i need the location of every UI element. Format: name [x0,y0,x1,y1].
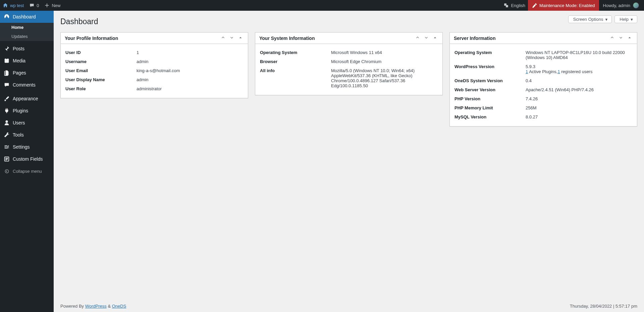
sidebar-item-label: Pages [13,70,26,75]
sidebar-item-comments[interactable]: Comments [0,79,54,91]
sidebar-item-media[interactable]: Media [0,55,54,67]
fields-icon [3,156,10,162]
collapse-menu-button[interactable]: Collapse menu [0,165,54,177]
comment-icon [3,82,10,88]
sidebar-item-users[interactable]: Users [0,117,54,129]
info-row: BrowserMicrosoft Edge Chromium [260,57,438,66]
info-value: king-a-s@hotmail.com [137,68,243,73]
toggle-button[interactable] [626,35,633,41]
registered-users-link[interactable]: 1 [557,69,560,74]
home-icon [3,3,8,8]
info-row: OneDS System Version0.4 [454,76,632,85]
info-row: All infoMozilla/5.0 (Windows NT 10.0; Wi… [260,66,438,90]
sidebar-subitem-home[interactable]: Home [0,23,54,32]
footer-credits: Powered By WordPress & OneDS [60,304,126,309]
info-label: User Display Name [65,77,137,82]
site-name-link[interactable]: wp test [0,0,26,11]
sidebar-item-settings[interactable]: Settings [0,141,54,153]
info-label: PHP Memory Limit [454,105,526,110]
info-row: User ID1 [65,48,243,57]
admin-bar: wp test 0 New English Maintenance Mode [0,0,644,11]
move-down-button[interactable] [228,35,235,41]
sidebar-item-label: Media [13,58,25,63]
oneds-link[interactable]: OneDS [112,304,126,309]
info-row: User Emailking-a-s@hotmail.com [65,66,243,75]
info-label: User ID [65,50,137,55]
wordpress-link[interactable]: WordPress [85,304,107,309]
info-row: WordPress Version5.9.31 Active Plugins,1… [454,62,632,76]
admin-sidebar: DashboardHomeUpdatesPostsMediaPagesComme… [0,11,54,312]
sidebar-item-label: Tools [13,132,24,138]
new-label: New [52,3,60,8]
pin-icon [3,45,10,52]
maintenance-mode-link[interactable]: Maintenance Mode: Enabled [528,0,599,11]
info-label: Operating System [260,50,331,55]
info-value: administrator [137,86,243,91]
help-button[interactable]: Help ▼ [614,15,637,23]
language-label: English [511,3,525,8]
sidebar-item-pages[interactable]: Pages [0,67,54,79]
info-row: Web Server VersionApache/2.4.51 (Win64) … [454,85,632,94]
sidebar-item-label: Appearance [13,96,38,101]
move-up-button[interactable] [220,35,226,41]
info-row: User Roleadministrator [65,84,243,93]
sidebar-item-label: Settings [13,144,30,150]
info-row: PHP Version7.4.26 [454,94,632,103]
toggle-button[interactable] [237,35,244,41]
info-label: OneDS System Version [454,78,526,83]
account-link[interactable]: Howdy, admin [599,0,644,11]
info-row: Usernameadmin [65,57,243,66]
plugin-icon [3,107,10,114]
info-row: Operating SystemMicrosoft Windows 11 x64 [260,48,438,57]
sidebar-item-posts[interactable]: Posts [0,43,54,55]
comments-count: 0 [37,3,39,8]
move-up-button[interactable] [609,35,615,41]
page-title: Dashboard [60,17,98,28]
info-label: All info [260,68,331,73]
active-plugins-link[interactable]: 1 [526,69,528,74]
info-label: MySQL Version [454,114,526,119]
howdy-label: Howdy, admin [603,3,630,8]
sidebar-item-dashboard[interactable]: Dashboard [0,11,54,23]
footer-datetime: Thursday, 28/04/2022 | 5:57:17 pm [570,304,637,309]
caret-down-icon: ▼ [604,17,608,21]
info-label: WordPress Version [454,64,526,69]
sidebar-item-label: Plugins [13,108,28,113]
move-down-button[interactable] [423,35,430,41]
info-value: Microsoft Edge Chromium [331,59,438,64]
sidebar-item-label: Custom Fields [13,156,43,162]
screen-options-label: Screen Options [573,17,603,22]
collapse-menu-label: Collapse menu [13,169,42,174]
sidebar-item-label: Dashboard [13,14,36,19]
move-up-button[interactable] [414,35,421,41]
site-name-label: wp test [10,3,24,8]
language-switcher[interactable]: English [501,0,528,11]
new-content-link[interactable]: New [42,0,63,11]
sidebar-item-custom-fields[interactable]: Custom Fields [0,153,54,165]
move-down-button[interactable] [618,35,624,41]
info-value: Windows NT LAPTOP-8C1LP16U 10.0 build 22… [526,50,632,60]
hammer-icon [532,3,537,8]
sidebar-item-plugins[interactable]: Plugins [0,105,54,117]
comments-link[interactable]: 0 [26,0,42,11]
comment-icon [29,3,35,8]
sidebar-subitem-updates[interactable]: Updates [0,32,54,41]
info-row: PHP Memory Limit256M [454,103,632,112]
avatar [633,2,639,8]
info-row: User Display Nameadmin [65,75,243,84]
sidebar-item-appearance[interactable]: Appearance [0,93,54,105]
profile-widget: Your Profile Information User ID1Usernam… [60,32,248,98]
info-value: 8.0.27 [526,114,632,119]
toggle-button[interactable] [432,35,438,41]
info-label: Web Server Version [454,87,526,92]
info-value: 1 [137,50,243,55]
info-label: User Role [65,86,137,91]
info-value: 0.4 [526,78,632,83]
sidebar-item-tools[interactable]: Tools [0,129,54,141]
system-widget-title: Your System Information [259,36,315,41]
plus-icon [44,3,50,8]
info-value: Apache/2.4.51 (Win64) PHP/7.4.26 [526,87,632,92]
help-label: Help [620,17,629,22]
screen-options-button[interactable]: Screen Options ▼ [568,15,612,23]
sidebar-item-label: Users [13,120,25,125]
